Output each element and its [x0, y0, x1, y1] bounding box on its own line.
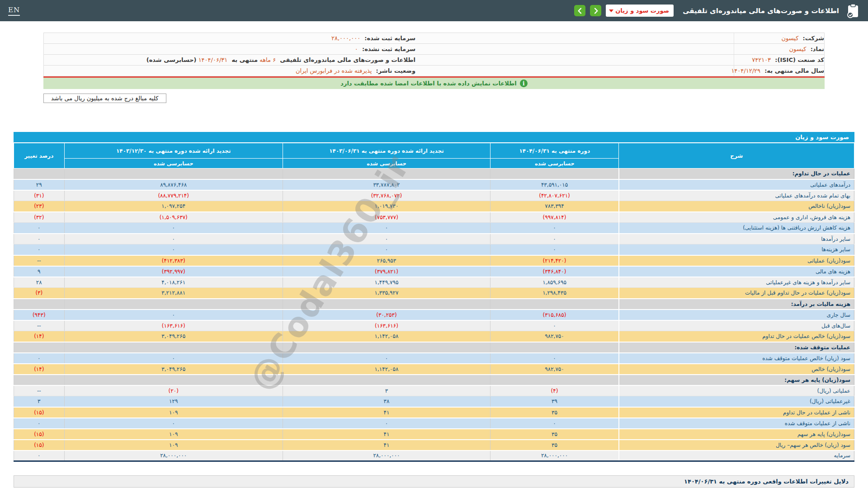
value-cell — [283, 299, 490, 310]
col-header-change-pct: درصد تغییر — [14, 143, 65, 169]
value-cell: ۰ — [64, 418, 283, 429]
row-label: سود(زیان) خالص — [619, 364, 854, 375]
change-pct-cell: ۲۸ — [14, 277, 65, 288]
company-value: کیسون — [781, 35, 798, 42]
table-row: عملیاتی (ریال)(۴)۳(۲۰)-- — [14, 385, 854, 396]
table-row: هزینه های مالی(۳۴۶,۸۴۰)(۳۷۹,۸۲۱)(۳۹۲,۹۹۷… — [14, 266, 854, 277]
table-row: سود (زیان) خالص هر سهم– ریال۳۵۴۱۱۰۹(۱۵) — [14, 440, 854, 450]
row-label: عملیاتی (ریال) — [619, 385, 854, 396]
section-row: سود(زیان) پایه هر سهم: — [14, 375, 854, 385]
income-statement-section: صورت سود و زیان شرح دوره منتهی به ۱۴۰۴/۰… — [14, 132, 854, 462]
page-title: اطلاعات و صورت‌های مالی میاندوره‌ای تلفی… — [683, 7, 839, 15]
symbol-value: کیسون — [789, 46, 807, 52]
row-label: سود (زیان) خالص عملیات متوقف شده — [619, 353, 854, 364]
report-suffix-text: (حسابرسی شده) — [146, 56, 197, 63]
section-row: عملیات متوقف شده: — [14, 342, 854, 353]
value-cell: ۰ — [283, 223, 490, 234]
table-row: سود(زیان) پایه هر سهم۳۵۴۱۱۰۹(۱۵) — [14, 429, 854, 440]
row-label: سود(زیان) پایه هر سهم: — [619, 375, 854, 385]
statement-dropdown[interactable]: صورت سود و زیان — [606, 5, 674, 17]
value-cell — [64, 342, 283, 353]
issuer-status-value: پذیرفته شده در فرابورس ایران — [296, 67, 372, 74]
value-cell: (۷۵۳,۷۷۷) — [283, 212, 490, 223]
change-pct-cell — [14, 375, 65, 385]
value-cell: ۴,۰۱۸,۲۶۱ — [64, 277, 283, 288]
info-icon: i — [520, 80, 528, 87]
row-label: هزینه کاهش ارزش دریافتنی ها (هزینه استثن… — [619, 223, 854, 234]
change-pct-cell: ۰ — [14, 353, 65, 364]
table-row: سود(زیان) خالص۹۸۲,۷۵۰۱,۱۴۲,۰۵۸۳,۰۴۹,۲۶۵(… — [14, 364, 854, 375]
value-cell: ۱۲۹ — [64, 396, 283, 407]
nav-next-button[interactable] — [590, 5, 601, 16]
value-cell: (۸۸,۷۷۹,۲۱۴) — [64, 190, 283, 201]
table-row: هزینه های فروش، اداری و عمومی(۹۹۷,۸۱۴)(۷… — [14, 212, 854, 223]
registered-capital-label: سرمایه ثبت شده: — [364, 35, 415, 42]
row-label: سود(زیان) خالص عملیات در حال تداوم — [619, 331, 854, 342]
symbol-label: نماد: — [811, 46, 824, 52]
change-pct-cell — [14, 342, 65, 353]
value-cell: ۰ — [491, 223, 619, 234]
info-row: کد صنعت (ISIC): ۷۴۲۱۰۳ اطلاعات و صورت‌ها… — [44, 55, 824, 66]
value-cell: (۳۲,۷۶۸,۰۷۲) — [283, 190, 490, 201]
row-label: سال جاری — [619, 310, 854, 320]
value-cell: ۹۸۲,۷۵۰ — [491, 364, 619, 375]
report-middle-text: منتهی به — [231, 56, 258, 63]
change-pct-cell: (۱۵) — [14, 429, 65, 440]
value-cell: (۹۹۷,۸۱۴) — [491, 212, 619, 223]
nav-prev-button[interactable] — [574, 5, 585, 16]
value-cell: ۳,۰۴۹,۲۶۵ — [64, 364, 283, 375]
change-pct-cell: (۲۳) — [14, 201, 65, 212]
unregistered-capital-value: ۰ — [355, 46, 358, 52]
value-cell: ۳,۰۴۹,۲۶۵ — [64, 331, 283, 342]
info-row: سال مالی منتهی به: ۱۴۰۴/۱۲/۲۹ وضعیت ناشر… — [44, 66, 824, 76]
value-cell: ۰ — [64, 310, 283, 320]
value-cell: ۲۸,۰۰۰,۰۰۰ — [283, 450, 490, 461]
topbar: اطلاعات و صورت‌های مالی میاندوره‌ای تلفی… — [0, 0, 868, 21]
table-row: هزینه کاهش ارزش دریافتنی ها (هزینه استثن… — [14, 223, 854, 234]
row-label: هزینه مالیات بر درآمد: — [619, 299, 854, 310]
change-pct-cell: ۰ — [14, 223, 65, 234]
value-cell: ۱۰۹ — [64, 440, 283, 450]
row-label: سایر درآمدها — [619, 234, 854, 244]
change-pct-cell: (۳) — [14, 288, 65, 299]
registered-capital-value: ۲۸,۰۰۰,۰۰۰ — [331, 35, 360, 42]
row-label: عملیات متوقف شده: — [619, 342, 854, 353]
chevron-down-icon — [609, 9, 613, 12]
value-cell: ۱۰۹ — [64, 429, 283, 440]
table-row: سود(زیان) عملیات در حال تداوم قبل از مال… — [14, 288, 854, 299]
table-row: ناشی از عملیات در حال تداوم۳۵۴۱۱۰۹(۱۵) — [14, 407, 854, 418]
value-cell: (۳۷۹,۸۲۱) — [283, 266, 490, 277]
chevron-left-icon — [576, 7, 584, 14]
table-row: غیرعملیاتی (ریال)۳۹۳۸۱۲۹۳ — [14, 396, 854, 407]
subheader-audited: حسابرسی شده — [64, 159, 283, 169]
language-toggle[interactable]: EN — [8, 6, 20, 16]
value-cell: (۲۱۴,۴۲۰) — [491, 255, 619, 266]
industry-code-label: کد صنعت (ISIC): — [775, 56, 824, 63]
value-cell: ۰ — [64, 223, 283, 234]
signature-notice-text: اطلاعات نمایش داده شده با اطلاعات امضا ش… — [340, 80, 517, 87]
value-cell: ۴۱ — [283, 429, 490, 440]
value-cell — [283, 169, 490, 179]
value-cell: ۱,۸۵۹,۶۹۵ — [491, 277, 619, 288]
row-label: غیرعملیاتی (ریال) — [619, 396, 854, 407]
table-row: سایر هزینه‌ها۰۰۰۰ — [14, 244, 854, 255]
value-cell — [491, 169, 619, 179]
section-row: هزینه مالیات بر درآمد: — [14, 299, 854, 310]
table-row: سایر درآمدها۰۰۰۰ — [14, 234, 854, 244]
report-date-text: ۱۴۰۴/۰۶/۳۱ — [198, 56, 228, 63]
value-cell: ۰ — [491, 244, 619, 255]
row-label: عملیات در حال تداوم: — [619, 169, 854, 179]
change-pct-cell: (۳۱) — [14, 190, 65, 201]
signature-notice-bar: i اطلاعات نمایش داده شده با اطلاعات امضا… — [43, 78, 825, 89]
change-pct-cell: (۱۴) — [14, 364, 65, 375]
company-label: شرکت: — [803, 35, 824, 42]
table-row: سود(زیان) ناخالص۷۸۳,۳۹۴۱,۰۱۹,۷۳۰۱,۰۹۷,۲۵… — [14, 201, 854, 212]
info-row: شرکت: کیسون سرمایه ثبت شده: ۲۸,۰۰۰,۰۰۰ — [44, 33, 824, 44]
value-cell: ۱,۱۴۲,۰۵۸ — [283, 331, 490, 342]
value-cell: ۹۸۲,۷۵۰ — [491, 331, 619, 342]
value-cell: ۳,۲۱۲,۸۸۱ — [64, 288, 283, 299]
value-cell: ۳ — [283, 385, 490, 396]
value-cell: (۳۱۵,۶۸۵) — [491, 310, 619, 320]
row-label: سال‌های قبل — [619, 320, 854, 331]
change-pct-cell: -- — [14, 320, 65, 331]
